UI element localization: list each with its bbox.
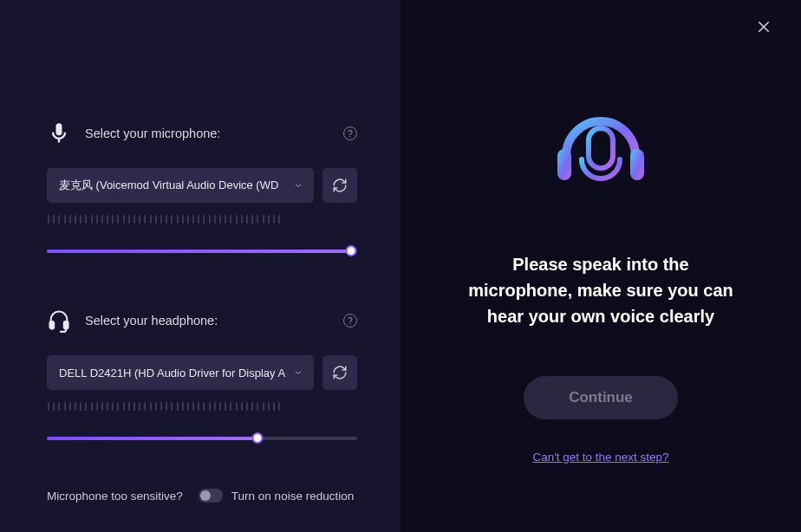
microphone-label: Select your microphone: [85, 127, 343, 140]
continue-button[interactable]: Continue [524, 376, 678, 419]
svg-rect-5 [630, 149, 644, 180]
microphone-icon [47, 121, 71, 146]
svg-rect-4 [557, 149, 571, 180]
microphone-dropdown-row: 麦克风 (Voicemod Virtual Audio Device (WD [47, 168, 357, 203]
headphone-header: Select your headphone: ? [47, 308, 357, 333]
headphone-volume-slider[interactable] [47, 431, 357, 444]
svg-rect-1 [64, 321, 68, 328]
microphone-level-meter [47, 215, 357, 225]
noise-reduction-toggle[interactable] [199, 489, 223, 503]
close-button[interactable] [756, 19, 777, 40]
headphone-refresh-button[interactable] [322, 355, 357, 390]
chevron-down-icon [293, 180, 303, 191]
continue-label: Continue [569, 389, 633, 406]
settings-panel: Select your microphone: ? 麦克风 (Voicemod … [0, 0, 400, 532]
microphone-header: Select your microphone: ? [47, 121, 357, 146]
headphone-help-icon[interactable]: ? [343, 314, 357, 328]
headphone-label: Select your headphone: [85, 314, 343, 328]
microphone-help-icon[interactable]: ? [343, 127, 357, 140]
chevron-down-icon [293, 367, 303, 378]
headphone-dropdown-row: DELL D2421H (HD Audio Driver for Display… [47, 355, 357, 390]
headset-mic-hero-icon [540, 95, 661, 217]
microphone-selected: 麦克风 (Voicemod Virtual Audio Device (WD [59, 178, 286, 193]
microphone-section: Select your microphone: ? 麦克风 (Voicemod … [47, 121, 357, 256]
instruction-text: Please speak into the microphone, make s… [400, 251, 801, 329]
noise-question-label: Microphone too sensitive? [47, 490, 183, 503]
headset-icon [47, 308, 71, 333]
headphone-selected: DELL D2421H (HD Audio Driver for Display… [59, 367, 286, 380]
headphone-level-meter [47, 402, 357, 412]
headphone-section: Select your headphone: ? DELL D2421H (HD… [47, 308, 357, 444]
microphone-dropdown[interactable]: 麦克风 (Voicemod Virtual Audio Device (WD [47, 168, 314, 203]
microphone-refresh-button[interactable] [322, 168, 357, 203]
instruction-panel: Please speak into the microphone, make s… [400, 0, 801, 532]
microphone-volume-slider[interactable] [47, 244, 357, 256]
svg-rect-0 [50, 321, 55, 328]
help-link[interactable]: Can't get to the next step? [532, 451, 668, 464]
noise-reduction-row: Microphone too sensitive? Turn on noise … [47, 489, 357, 503]
noise-action-label: Turn on noise reduction [231, 490, 354, 503]
headphone-dropdown[interactable]: DELL D2421H (HD Audio Driver for Display… [47, 355, 314, 390]
